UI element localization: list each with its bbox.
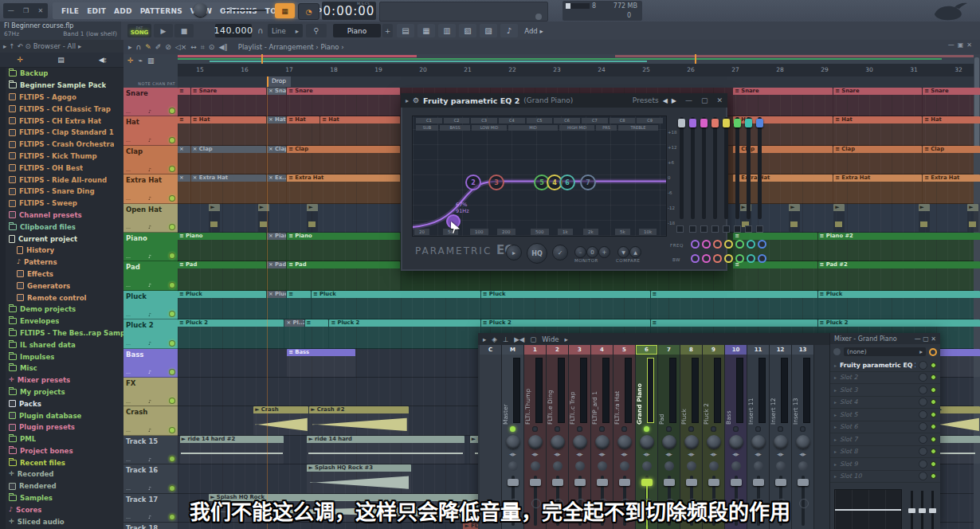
slot-arrow-icon[interactable]: ▸ (834, 437, 837, 442)
eq-bw-knob[interactable] (735, 254, 744, 263)
zoom-tool-icon[interactable]: ⊙ (209, 43, 215, 51)
minimize-icon[interactable]: — (685, 96, 692, 104)
strip-route-arrows-icon[interactable]: ◀▶ (725, 452, 747, 457)
strip-number[interactable]: M (502, 345, 523, 355)
playlist-clip[interactable]: ► (307, 204, 318, 232)
strip-fader-cap[interactable] (574, 479, 586, 486)
track-header[interactable]: FX…♪ (123, 378, 178, 406)
eq-band-enable-button[interactable] (689, 225, 696, 233)
playlist-clip[interactable]: ≡ (178, 116, 190, 144)
playlist-clip[interactable]: ≡ Pluck 2 (178, 319, 284, 347)
paint-tool-icon[interactable]: ✐ (155, 43, 162, 51)
mute-tool-icon[interactable]: ◁× (175, 43, 186, 51)
playlist-clip[interactable]: × Hat (267, 116, 286, 144)
bar-number[interactable]: 21 (445, 66, 490, 73)
effect-slot[interactable]: ▸Slot 4 (830, 397, 940, 409)
main-volume-knob[interactable] (194, 3, 207, 17)
browser-item[interactable]: History (6, 245, 123, 257)
eq-compare-down-button[interactable]: ▼ (617, 246, 629, 258)
preset-prev-icon[interactable]: ◀ (663, 97, 668, 104)
pattern-selector[interactable]: Piano (333, 24, 381, 37)
playlist-clip[interactable]: ► ride 14 hard (307, 436, 465, 464)
track-header[interactable]: Piano…♪ (123, 233, 178, 261)
eq-band-gain-slider[interactable] (735, 117, 739, 219)
chevron-right-icon[interactable]: ▸ (3, 42, 6, 50)
draw-tool-icon[interactable]: ✎ (145, 43, 151, 51)
strip-fader-cap[interactable] (753, 479, 764, 486)
playlist-clip[interactable]: ≡ Pluck 2 (329, 319, 480, 347)
playlist-clip[interactable]: ≡ (178, 88, 190, 116)
track-header[interactable]: Snare…♪ (123, 88, 178, 116)
strip-pan-knob[interactable] (751, 435, 766, 449)
strip-fader-cap[interactable] (508, 479, 519, 486)
playlist-clip[interactable]: ► (209, 204, 220, 232)
playlist-clip[interactable]: ≡ (733, 261, 817, 289)
strip-pan-knob[interactable] (796, 435, 810, 449)
slot-mix-knob[interactable] (919, 460, 927, 468)
slide-icon[interactable]: ⌁ (139, 57, 143, 65)
eq-bw-knob[interactable] (691, 254, 700, 263)
strip-led[interactable] (733, 426, 739, 432)
drop-marker[interactable]: Drop (267, 76, 291, 87)
strip-led[interactable] (510, 426, 515, 432)
eq-band2-handle[interactable]: 2 (465, 174, 481, 190)
tempo-tap-button[interactable]: ♪ (500, 24, 518, 37)
typing-keyboard-button[interactable]: ▦ (275, 3, 295, 18)
playlist-clip[interactable]: ≡ Extra Hat (833, 174, 922, 202)
browser-item[interactable]: FLTIPS - Snare Ding (6, 186, 123, 198)
track-header[interactable]: Pluck…♪ (123, 291, 178, 319)
mixer-view-button[interactable]: ▧ (459, 24, 476, 37)
slot-mix-knob[interactable] (919, 398, 927, 406)
playlist-clip[interactable]: ≡ Hat (923, 116, 980, 144)
bar-number[interactable]: 15 (178, 66, 222, 73)
playlist-clip[interactable]: ► (967, 204, 978, 232)
eq-main-gain-cap[interactable] (678, 119, 685, 127)
strip-number[interactable]: 13 (792, 345, 813, 355)
strip-pan-knob[interactable] (662, 435, 676, 449)
eq-options-button[interactable]: ▸ (506, 245, 522, 261)
track-type-icon[interactable]: ♪ (148, 195, 151, 201)
metronome-button[interactable]: ◔ (298, 3, 319, 20)
strip-stereo-knob[interactable] (776, 461, 786, 471)
slot-mix-knob[interactable] (919, 373, 927, 382)
slot-enable-led[interactable] (931, 449, 936, 454)
playlist-clip[interactable]: ≡ (733, 233, 817, 261)
playlist-clip[interactable]: × Snare (267, 88, 286, 116)
bar-number[interactable]: 28 (758, 66, 802, 73)
effect-slot[interactable]: ▸Slot 10 (830, 471, 940, 484)
strip-pan-knob[interactable] (551, 435, 565, 449)
track-options-icon[interactable]: … (126, 312, 131, 317)
strip-stereo-knob[interactable] (531, 461, 540, 471)
track-mute-led[interactable] (169, 282, 175, 288)
browser-item[interactable]: Envelopes (6, 315, 123, 327)
track-type-icon[interactable]: ♪ (148, 427, 151, 433)
playlist-clip[interactable]: × Pluck (267, 291, 286, 319)
strip-route-arrows-icon[interactable]: ◀▶ (658, 452, 680, 457)
step-sequencer-button[interactable]: ▦ (417, 24, 435, 37)
strip-stereo-knob[interactable] (508, 461, 518, 471)
pat-song-toggle[interactable]: PAT SONG (127, 24, 151, 37)
close-icon[interactable]: ✕ (716, 96, 723, 104)
undo-icon[interactable]: ∩ (136, 43, 142, 51)
insert-icon[interactable] (833, 348, 841, 355)
strip-led[interactable] (644, 426, 649, 432)
maximize-icon[interactable]: ▢ (923, 335, 929, 343)
playlist-clip[interactable]: ≡ Hat (833, 116, 922, 144)
playlist-clip[interactable]: × (178, 146, 190, 174)
strip-number[interactable]: 7 (658, 345, 680, 355)
eq-smooth-button[interactable]: ✓ (552, 245, 568, 261)
slip-tool-icon[interactable]: ↔ (190, 43, 197, 51)
browser-item[interactable]: ✛Mixer presets (6, 374, 123, 386)
playlist-clip[interactable]: ≡ Snare (923, 88, 980, 116)
track-type-icon[interactable]: ♪ (148, 340, 151, 346)
playlist-clip[interactable]: ≡ Pad (178, 261, 266, 289)
eq-band-gain-slider[interactable] (691, 117, 695, 219)
playlist-clip[interactable]: ≡ (305, 319, 329, 347)
track-type-icon[interactable]: ♪ (148, 167, 151, 172)
strip-pan-knob[interactable] (617, 435, 632, 449)
effect-slot[interactable]: ▸Slot 5 (830, 409, 940, 421)
playlist-clip[interactable]: ≡ Piano (287, 233, 400, 261)
slot-mix-knob[interactable] (919, 435, 927, 444)
piano-roll-button[interactable]: ▥ (438, 24, 456, 37)
eq-band-gain-cap[interactable] (723, 119, 730, 127)
